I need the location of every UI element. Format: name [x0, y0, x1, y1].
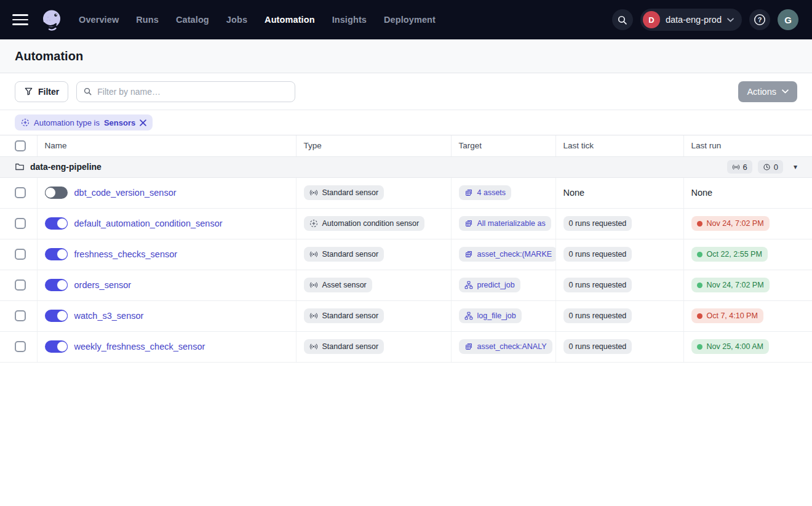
sensor-icon [309, 281, 318, 289]
enable-toggle[interactable] [45, 279, 68, 291]
dagster-logo[interactable] [38, 6, 65, 33]
workspace-switcher[interactable]: D data-eng-prod [640, 9, 742, 31]
filter-chip-value: Sensors [104, 118, 135, 127]
asset-icon [464, 250, 473, 259]
group-collapse-caret[interactable]: ▾ [794, 163, 797, 171]
nav-item-automation[interactable]: Automation [265, 15, 315, 25]
type-badge-label: Asset sensor [322, 281, 367, 289]
sensor-name-link[interactable]: weekly_freshness_check_sensor [74, 342, 205, 351]
target-badge[interactable]: 4 assets [459, 185, 512, 200]
last-tick-cell: 0 runs requested [555, 270, 683, 300]
nav-item-deployment[interactable]: Deployment [384, 15, 436, 25]
sensor-icon [309, 311, 318, 320]
row-checkbox[interactable] [15, 310, 26, 321]
search-button[interactable] [612, 9, 633, 30]
sensor-name-link[interactable]: dbt_code_version_sensor [74, 188, 177, 198]
last-run-cell: Nov 24, 7:02 PM [683, 270, 812, 300]
dagster-octopus-icon [39, 7, 65, 33]
help-button[interactable]: ? [749, 9, 770, 30]
automation-condition-icon [309, 219, 318, 228]
enable-toggle[interactable] [45, 187, 68, 199]
filter-button[interactable]: Filter [15, 81, 68, 102]
column-header-last-tick: Last tick [555, 135, 683, 156]
sensor-name-link[interactable]: default_automation_condition_sensor [74, 219, 223, 228]
type-badge: Standard sensor [304, 247, 384, 262]
type-badge-label: Standard sensor [322, 250, 379, 259]
type-badge: Standard sensor [304, 185, 384, 200]
enable-toggle[interactable] [45, 340, 68, 353]
hamburger-menu-icon[interactable] [12, 14, 28, 25]
run-status-dot [697, 344, 703, 350]
job-graph-icon [464, 281, 473, 289]
type-badge-label: Standard sensor [322, 342, 379, 351]
last-run-cell: Oct 7, 4:10 PM [683, 300, 812, 331]
row-checkbox[interactable] [15, 218, 26, 229]
chevron-down-icon [727, 18, 734, 22]
row-checkbox[interactable] [15, 249, 26, 260]
automation-condition-icon [21, 118, 30, 127]
actions-button[interactable]: Actions [738, 81, 797, 102]
last-tick-cell: 0 runs requested [555, 300, 683, 331]
select-all-checkbox[interactable] [15, 140, 26, 151]
actions-button-label: Actions [747, 87, 776, 97]
target-badge[interactable]: All materializable as [459, 216, 551, 231]
nav-item-jobs[interactable]: Jobs [226, 15, 247, 25]
last-run-label: Oct 7, 4:10 PM [707, 311, 758, 320]
page-title: Automation [15, 49, 83, 63]
last-run-cell: Nov 25, 4:00 AM [683, 331, 812, 362]
last-run-badge[interactable]: Oct 7, 4:10 PM [691, 308, 763, 323]
nav-item-insights[interactable]: Insights [332, 15, 367, 25]
workspace-name: data-eng-prod [666, 15, 722, 25]
row-checkbox[interactable] [15, 187, 26, 198]
clock-icon [763, 163, 771, 171]
run-status-dot [697, 252, 703, 257]
filter-button-label: Filter [38, 87, 59, 97]
code-location-group-row: data-eng-pipeline 6 [0, 156, 812, 177]
target-badge-label: log_file_job [477, 311, 516, 320]
user-avatar[interactable]: G [778, 9, 798, 30]
nav-item-runs[interactable]: Runs [136, 15, 159, 25]
sensor-name-link[interactable]: orders_sensor [74, 280, 132, 290]
filter-chip-automation-type[interactable]: Automation type is Sensors [15, 114, 153, 131]
target-badge[interactable]: asset_check:ANALY [459, 339, 552, 354]
enable-toggle[interactable] [45, 248, 68, 260]
row-checkbox[interactable] [15, 279, 26, 291]
enable-toggle[interactable] [45, 217, 68, 230]
row-checkbox[interactable] [15, 341, 26, 352]
sensor-row: weekly_freshness_check_sensor Standard s… [0, 331, 812, 362]
sensor-name-link[interactable]: watch_s3_sensor [74, 311, 144, 321]
last-run-label: Nov 24, 7:02 PM [707, 281, 764, 289]
name-filter-input[interactable] [97, 87, 289, 97]
page-header: Automation [0, 39, 812, 73]
last-run-badge[interactable]: Nov 25, 4:00 AM [691, 339, 769, 354]
sensor-icon [309, 250, 318, 259]
help-icon: ? [753, 13, 766, 26]
last-run-badge[interactable]: Nov 24, 7:02 PM [691, 278, 770, 292]
nav-item-overview[interactable]: Overview [79, 15, 119, 25]
last-run-badge[interactable]: Nov 24, 7:02 PM [691, 216, 770, 231]
nav-item-catalog[interactable]: Catalog [176, 15, 209, 25]
enable-toggle[interactable] [45, 310, 68, 322]
job-graph-icon [464, 311, 473, 320]
target-badge-label: All materializable as [477, 219, 546, 228]
last-run-badge[interactable]: Oct 22, 2:55 PM [691, 247, 768, 262]
remove-filter-icon[interactable] [140, 119, 146, 126]
last-tick-label: 0 runs requested [569, 342, 627, 351]
type-badge: Automation condition sensor [304, 216, 425, 231]
last-tick-cell: 0 runs requested [555, 239, 683, 270]
last-run-cell: Nov 24, 7:02 PM [683, 208, 812, 239]
sensor-icon [309, 188, 318, 197]
target-badge[interactable]: log_file_job [459, 308, 522, 323]
target-badge[interactable]: predict_job [459, 278, 520, 292]
sensors-table: Name Type Target Last tick Last run data… [0, 135, 812, 363]
column-header-last-run: Last run [683, 135, 812, 156]
type-badge: Standard sensor [304, 308, 384, 323]
sensor-name-link[interactable]: freshness_checks_sensor [74, 249, 178, 259]
workspace-initial-badge: D [643, 11, 660, 28]
sensor-row: dbt_code_version_sensor Standard sensor [0, 177, 812, 208]
last-tick-badge: 0 runs requested [563, 308, 632, 323]
target-badge[interactable]: asset_check:(MARKE [459, 247, 556, 262]
primary-nav: Overview Runs Catalog Jobs Automation In… [79, 15, 436, 25]
last-tick-badge: 0 runs requested [563, 216, 632, 231]
column-header-target: Target [451, 135, 555, 156]
